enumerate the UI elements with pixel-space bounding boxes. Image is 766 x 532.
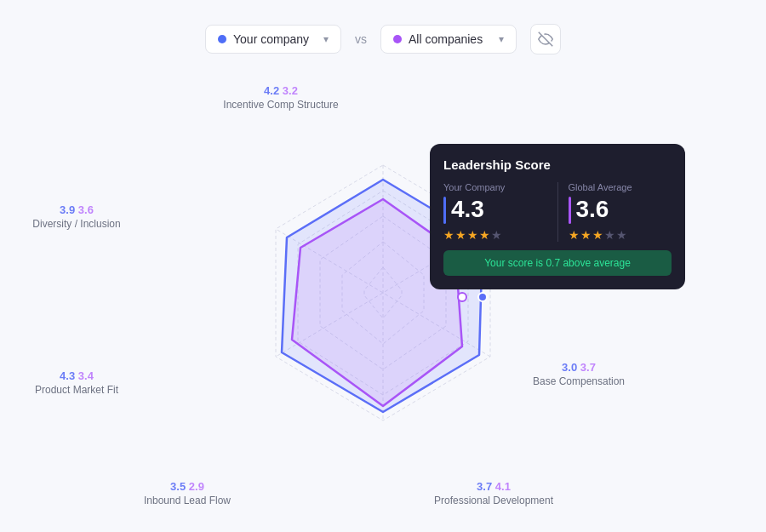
leadership-score-tooltip: Leadership Score Your Company 4.3 ★★★★★ … <box>430 144 685 289</box>
profdev-score-purple: 4.1 <box>495 480 511 493</box>
diversity-label: Diversity / Inclusion <box>32 218 120 230</box>
chart-area: 4.2 3.2 Incentive Comp Structure 3.9 3.6… <box>0 63 766 523</box>
label-diversity: 3.9 3.6 Diversity / Inclusion <box>32 203 120 230</box>
profdev-label: Professional Development <box>434 495 553 506</box>
chevron-down-icon-2: ▾ <box>499 33 504 45</box>
svg-point-12 <box>458 293 466 301</box>
vs-label: vs <box>355 32 367 46</box>
label-base-comp: 3.0 3.7 Base Compensation <box>533 361 625 387</box>
inbound-score-purple: 2.9 <box>189 480 204 493</box>
pmf-score-blue: 4.3 <box>60 369 75 382</box>
inbound-label: Inbound Lead Flow <box>144 495 231 506</box>
header: Your company ▾ vs All companies ▾ <box>0 0 766 54</box>
above-average-badge: Your score is 0.7 above average <box>443 250 672 276</box>
basecomp-score-purple: 3.7 <box>580 361 596 374</box>
basecomp-score-blue: 3.0 <box>562 361 577 374</box>
label-product-market-fit: 4.3 3.4 Product Market Fit <box>35 369 118 396</box>
your-company-stars: ★★★★★ <box>443 228 547 242</box>
global-avg-stars: ★★★★★ <box>569 228 672 242</box>
all-companies-color-dot <box>393 35 402 43</box>
incentive-label: Incentive Comp Structure <box>223 99 338 111</box>
pmf-score-purple: 3.4 <box>78 369 94 382</box>
incentive-score-blue: 4.2 <box>264 84 279 97</box>
all-companies-dropdown[interactable]: All companies ▾ <box>380 25 517 54</box>
tooltip-title: Leadership Score <box>443 157 672 172</box>
global-score-bar <box>569 197 571 224</box>
all-companies-label: All companies <box>409 32 483 46</box>
global-avg-score-value: 3.6 <box>576 196 609 223</box>
chevron-down-icon: ▾ <box>323 33 329 45</box>
your-company-label: Your company <box>233 32 309 46</box>
tooltip-scores: Your Company 4.3 ★★★★★ Global Average 3.… <box>443 182 672 242</box>
label-prof-dev: 3.7 4.1 Professional Development <box>434 480 553 506</box>
pmf-label: Product Market Fit <box>35 384 118 396</box>
diversity-score-purple: 3.6 <box>78 203 94 216</box>
svg-point-11 <box>478 293 487 301</box>
diversity-score-blue: 3.9 <box>60 203 75 216</box>
label-incentive-comp: 4.2 3.2 Incentive Comp Structure <box>223 84 338 111</box>
inbound-score-blue: 3.5 <box>170 480 186 493</box>
incentive-score-purple: 3.2 <box>283 84 298 97</box>
your-company-score-value: 4.3 <box>451 196 484 223</box>
label-inbound-lead: 3.5 2.9 Inbound Lead Flow <box>144 480 231 506</box>
profdev-score-blue: 3.7 <box>477 480 492 493</box>
global-avg-col-label: Global Average <box>569 182 672 192</box>
company-score-bar <box>443 197 446 224</box>
hide-button[interactable] <box>530 24 561 54</box>
your-company-col-label: Your Company <box>443 182 547 192</box>
company-color-dot <box>218 35 226 43</box>
your-company-score-col: Your Company 4.3 ★★★★★ <box>443 182 557 242</box>
global-avg-score-col: Global Average 3.6 ★★★★★ <box>557 182 672 242</box>
your-company-dropdown[interactable]: Your company ▾ <box>205 25 341 54</box>
basecomp-label: Base Compensation <box>533 375 625 387</box>
